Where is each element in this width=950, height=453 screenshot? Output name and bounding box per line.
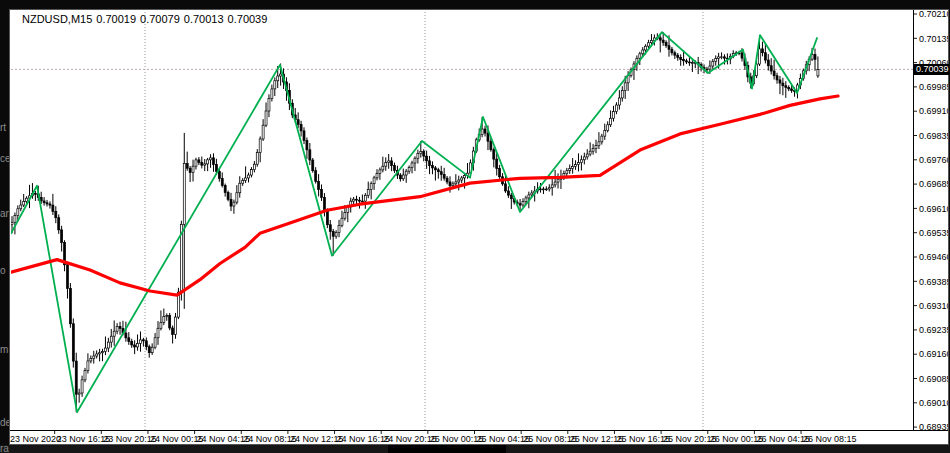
candle-body — [504, 184, 506, 191]
candle-body — [548, 188, 550, 189]
candle-body — [592, 148, 594, 151]
candle-body — [659, 38, 661, 40]
price-scale-label: 0.69535 — [919, 228, 948, 238]
candle-body — [259, 139, 261, 153]
candle-body — [452, 184, 454, 186]
candle-body — [236, 193, 238, 202]
candle-body — [624, 83, 626, 91]
candle-body — [615, 105, 617, 112]
candle-body — [34, 193, 36, 194]
time-scale-label: 24 Nov 04:15 — [197, 434, 251, 444]
candle-body — [551, 185, 553, 188]
candle-body — [367, 189, 369, 195]
candle-body — [248, 175, 250, 178]
candle-body — [557, 179, 559, 182]
candle-body — [723, 57, 725, 58]
candle-body — [431, 166, 433, 168]
candle-body — [113, 331, 115, 336]
candle-body — [321, 190, 323, 198]
candle-body — [148, 347, 150, 353]
candle-body — [87, 361, 89, 370]
candle-body — [566, 171, 568, 174]
candle-body — [493, 150, 495, 159]
candle-body — [610, 118, 612, 125]
candle-body — [78, 393, 80, 394]
candle-body — [361, 201, 363, 202]
candle-body — [618, 98, 620, 105]
price-scale-label: 0.69310 — [919, 301, 948, 311]
candle-body — [817, 69, 819, 75]
candle-body — [309, 150, 311, 160]
candle-body — [759, 49, 761, 64]
time-scale-label: 24 Nov 00:15 — [150, 434, 204, 444]
candle-body — [300, 124, 302, 130]
candle-body — [496, 159, 498, 168]
candle-body — [519, 204, 521, 205]
candle-body — [104, 348, 106, 352]
candle-body — [253, 164, 255, 169]
price-scale-label: 0.69010 — [919, 398, 948, 408]
candle-body — [572, 167, 574, 169]
candle-body — [718, 57, 720, 59]
time-scale-label: 26 Nov 04:15 — [756, 434, 810, 444]
candle-body — [645, 46, 647, 50]
candle-body — [382, 166, 384, 170]
candle-body — [139, 340, 141, 344]
candle-body — [531, 193, 533, 195]
background-window-text-artifact: o — [0, 266, 9, 276]
time-scale-label: 23 Nov 2020 — [10, 434, 61, 444]
candle-body — [20, 205, 22, 209]
candle-body — [52, 205, 54, 211]
candle-body — [99, 353, 101, 354]
candle-body — [791, 89, 793, 91]
candle-body — [233, 202, 235, 206]
candle-body — [788, 87, 790, 89]
candle-body — [461, 178, 463, 180]
candle-body — [189, 168, 191, 172]
candle-body — [741, 53, 743, 58]
candle-body — [303, 131, 305, 140]
candle-body — [145, 341, 147, 347]
candle-body — [414, 158, 416, 163]
candle-body — [484, 129, 486, 133]
candle-body — [323, 197, 325, 210]
candle-body — [580, 160, 582, 163]
candle-body — [773, 71, 775, 76]
time-scale-label: 23 Nov 16:15 — [57, 434, 111, 444]
candle-body — [66, 265, 68, 289]
candle-body — [175, 317, 177, 334]
candle-body — [160, 322, 162, 328]
price-scale-label: 0.69685 — [919, 179, 948, 189]
time-scale-label: 24 Nov 12:15 — [290, 434, 344, 444]
price-scale-label: 0.69985 — [919, 82, 948, 92]
metatrader-screen: NZDUSD,M150.700190.700790.700130.70039 0… — [0, 0, 950, 453]
candle-body — [11, 222, 13, 224]
price-scale-label: 0.69085 — [919, 374, 948, 384]
time-scale-label: 24 Nov 08:15 — [243, 434, 297, 444]
price-scale-label: 0.69385 — [919, 277, 948, 287]
price-chart-plot[interactable]: 0.702100.701350.700600.699850.699100.698… — [10, 10, 948, 444]
candle-body — [715, 58, 717, 61]
candle-body — [706, 69, 708, 70]
candle-body — [545, 189, 547, 190]
symbol-period-label: NZDUSD,M15 — [22, 13, 92, 25]
candle-body — [443, 174, 445, 178]
candle-body — [277, 76, 279, 81]
candle-body — [134, 345, 136, 347]
candle-body — [449, 182, 451, 186]
candle-body — [621, 90, 623, 98]
candle-body — [183, 163, 185, 224]
candle-body — [55, 211, 57, 217]
candle-body — [210, 158, 212, 160]
candle-body — [224, 185, 226, 192]
price-scale-label: 0.69760 — [919, 155, 948, 165]
candle-body — [507, 191, 509, 195]
candle-body — [376, 174, 378, 178]
candle-body — [429, 161, 431, 166]
candle-body — [207, 160, 209, 164]
background-window-text-artifact: de — [0, 418, 9, 428]
candle-body — [686, 61, 688, 62]
time-scale-label: 26 Nov 08:15 — [803, 434, 857, 444]
candle-body — [408, 167, 410, 171]
candle-body — [405, 171, 407, 175]
